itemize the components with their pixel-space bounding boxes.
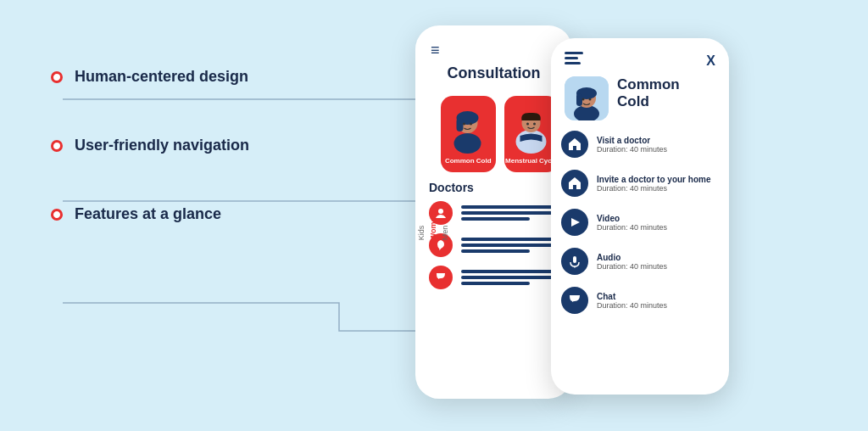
doctors-title: Doctors [429, 181, 559, 194]
service-item-home[interactable]: Invite a doctor to your home Duration: 4… [561, 170, 719, 197]
svg-rect-18 [576, 93, 582, 106]
doctor-line [461, 243, 559, 247]
doctor-line [461, 238, 559, 241]
doctor-lines-1 [461, 205, 559, 221]
close-button[interactable]: X [706, 53, 715, 69]
phone1-logo [431, 41, 440, 58]
doctor-line [461, 270, 559, 273]
svg-point-5 [470, 123, 472, 126]
service-name-audio: Audio [597, 253, 719, 262]
svg-point-21 [573, 180, 576, 183]
service-item-visit[interactable]: Visit a doctor Duration: 40 minutes [561, 131, 719, 158]
tab-kids[interactable]: Kids [415, 210, 427, 243]
feature-dot-1 [51, 71, 63, 83]
service-info-audio: Audio Duration: 40 minutes [597, 253, 719, 271]
feature-label-1: Human-centered design [75, 68, 248, 86]
features-section: Human-centered design User-friendly navi… [51, 68, 249, 223]
phone1-title: Consultation [415, 64, 572, 91]
audio-icon [561, 248, 588, 275]
phone2-top-section: Common Cold [551, 76, 729, 131]
phone-mockup-2: X Common Cold [551, 38, 729, 395]
service-duration-visit: Duration: 40 minutes [597, 145, 719, 154]
doctor-lines-3 [461, 270, 559, 285]
service-item-audio[interactable]: Audio Duration: 40 minutes [561, 248, 719, 275]
visit-doctor-icon [561, 131, 588, 158]
svg-marker-22 [571, 218, 580, 227]
condition-title: Common Cold [617, 76, 715, 111]
service-duration-audio: Duration: 40 minutes [597, 262, 719, 271]
service-item-chat[interactable]: Chat Duration: 40 minutes [561, 287, 719, 314]
service-duration-video: Duration: 40 minutes [597, 223, 719, 232]
card-common-cold[interactable]: Common Cold [441, 96, 496, 172]
doctor-line [461, 276, 559, 279]
svg-point-9 [533, 123, 536, 126]
service-list: Visit a doctor Duration: 40 minutes Invi… [551, 131, 729, 314]
svg-point-0 [454, 133, 481, 154]
svg-rect-12 [565, 57, 578, 59]
svg-rect-13 [565, 62, 581, 64]
doctor-icon-3 [429, 266, 453, 289]
service-info-home: Invite a doctor to your home Duration: 4… [597, 175, 719, 193]
service-name-chat: Chat [597, 292, 719, 301]
service-info-visit: Visit a doctor Duration: 40 minutes [597, 136, 719, 154]
service-name-video: Video [597, 214, 719, 223]
svg-point-4 [463, 123, 465, 126]
chat-icon [561, 287, 588, 314]
doctor-line [461, 249, 530, 253]
service-info-chat: Chat Duration: 40 minutes [597, 292, 719, 310]
tab-woman[interactable]: Woman [427, 210, 439, 243]
side-tabs: Kids Woman Men [415, 210, 454, 243]
doctor-lines-2 [461, 238, 559, 253]
doctor-line [461, 205, 559, 209]
phone2-logo [565, 52, 583, 70]
svg-point-20 [589, 98, 592, 101]
doctor-row-3 [429, 266, 559, 289]
card-avatar-1 [445, 99, 492, 154]
svg-rect-3 [457, 118, 464, 132]
doctor-line [461, 211, 559, 215]
card-avatar-2 [508, 99, 554, 154]
service-duration-chat: Duration: 40 minutes [597, 301, 719, 310]
service-name-visit: Visit a doctor [597, 136, 719, 145]
feature-label-3: Features at a glance [75, 205, 221, 223]
svg-point-19 [582, 98, 585, 101]
feature-item-3: Features at a glance [51, 205, 249, 223]
doctor-line [461, 217, 530, 221]
svg-rect-11 [565, 52, 583, 54]
feature-dot-2 [51, 140, 63, 152]
feature-item-2: User-friendly navigation [51, 137, 249, 154]
phone1-header [415, 25, 572, 64]
tab-men[interactable]: Men [439, 210, 451, 243]
video-icon [561, 209, 588, 236]
phone-mockup-1: Consultation Kids Woman Men [415, 25, 572, 399]
service-item-video[interactable]: Video Duration: 40 minutes [561, 209, 719, 236]
svg-point-8 [526, 123, 529, 126]
card-label-2: Menstrual Cycle [505, 157, 557, 165]
doctor-line [461, 282, 530, 285]
feature-label-2: User-friendly navigation [75, 137, 249, 154]
phone2-header: X [551, 38, 729, 76]
patient-avatar [565, 76, 609, 120]
svg-point-6 [515, 130, 546, 154]
feature-dot-3 [51, 209, 63, 221]
service-info-video: Video Duration: 40 minutes [597, 214, 719, 232]
invite-doctor-icon [561, 170, 588, 197]
service-name-home: Invite a doctor to your home [597, 175, 719, 184]
card-label-1: Common Cold [445, 157, 492, 165]
svg-rect-23 [573, 256, 576, 263]
service-duration-home: Duration: 40 minutes [597, 184, 719, 193]
feature-item-1: Human-centered design [51, 68, 249, 86]
